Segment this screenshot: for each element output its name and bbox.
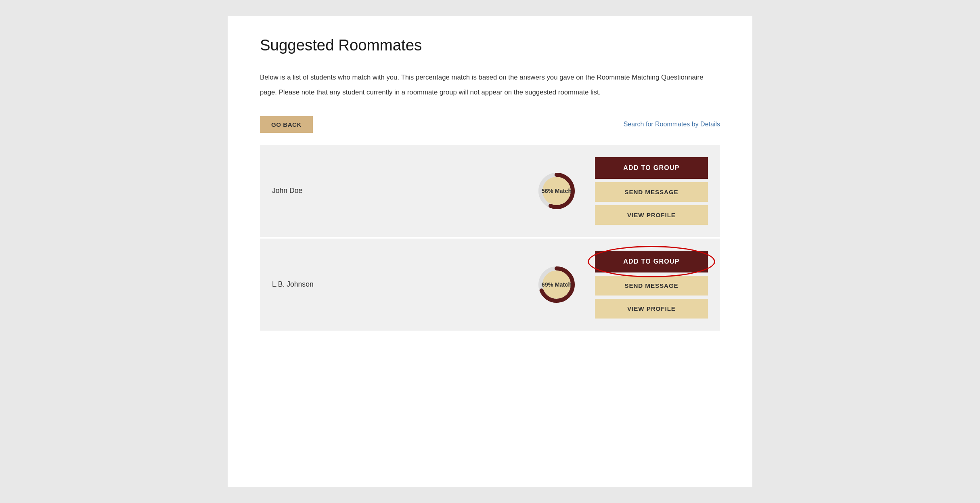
match-label: 56% Match: [542, 188, 572, 194]
roommate-card: John Doe 56% Match ADD TO GROUP: [260, 145, 720, 237]
toolbar: GO BACK Search for Roommates by Details: [260, 116, 720, 133]
roommate-name: John Doe: [272, 187, 353, 195]
match-section: 69% Match ADD TO GROUP SEND MESSAGE VIEW…: [534, 251, 708, 319]
roommate-name: L.B. Johnson: [272, 280, 353, 289]
match-circle: 69% Match: [534, 262, 579, 307]
go-back-button[interactable]: GO BACK: [260, 116, 313, 133]
add-to-group-button[interactable]: ADD TO GROUP: [595, 251, 708, 272]
match-label: 69% Match: [542, 281, 572, 288]
view-profile-button[interactable]: VIEW PROFILE: [595, 299, 708, 319]
roommate-list: John Doe 56% Match ADD TO GROUP: [260, 145, 720, 331]
page-description: Below is a list of students who match wi…: [260, 70, 704, 100]
action-buttons: ADD TO GROUP SEND MESSAGE VIEW PROFILE: [595, 251, 708, 319]
page-container: Suggested Roommates Below is a list of s…: [228, 16, 752, 487]
page-title: Suggested Roommates: [260, 36, 720, 54]
send-message-button[interactable]: SEND MESSAGE: [595, 276, 708, 296]
add-to-group-wrapper: ADD TO GROUP: [595, 157, 708, 179]
search-roommates-link[interactable]: Search for Roommates by Details: [624, 121, 720, 128]
add-to-group-button[interactable]: ADD TO GROUP: [595, 157, 708, 179]
match-section: 56% Match ADD TO GROUP SEND MESSAGE VIEW…: [534, 157, 708, 225]
add-to-group-wrapper: ADD TO GROUP: [595, 251, 708, 272]
roommate-card: L.B. Johnson 69% Match ADD TO GRO: [260, 239, 720, 331]
send-message-button[interactable]: SEND MESSAGE: [595, 182, 708, 202]
match-circle: 56% Match: [534, 169, 579, 213]
view-profile-button[interactable]: VIEW PROFILE: [595, 205, 708, 225]
action-buttons: ADD TO GROUP SEND MESSAGE VIEW PROFILE: [595, 157, 708, 225]
